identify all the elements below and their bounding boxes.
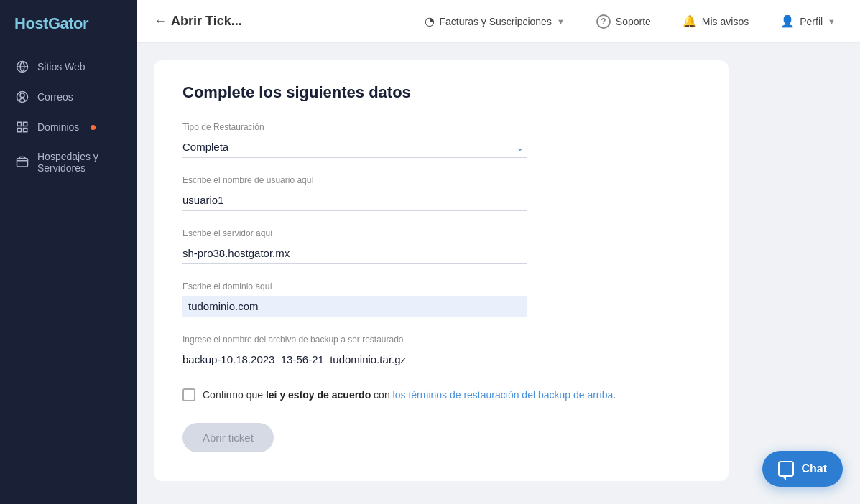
sidebar-item-sitios-web[interactable]: Sitios Web (6, 53, 131, 80)
domain-label: Escribe el dominio aquí (182, 281, 700, 291)
server-group: Escribe el servidor aquí (182, 228, 700, 264)
backup-label: Ingrese el nombre del archivo de backup … (182, 335, 700, 345)
profile-menu[interactable]: 👤 Perfil ▼ (773, 10, 843, 32)
username-label: Escribe el nombre de usuario aquí (182, 175, 700, 185)
back-label: Abrir Tick... (171, 14, 242, 29)
topnav: ← Abrir Tick... ◔ Facturas y Suscripcion… (137, 0, 860, 43)
terms-link[interactable]: los términos de restauración del backup … (393, 389, 614, 401)
main-area: ← Abrir Tick... ◔ Facturas y Suscripcion… (137, 0, 860, 504)
terms-checkbox[interactable] (182, 388, 195, 401)
terms-mid: con (371, 389, 392, 401)
sidebar-item-correos[interactable]: Correos (6, 83, 131, 111)
support-label: Soporte (616, 16, 651, 27)
server-input[interactable] (182, 243, 527, 264)
domain-group: Escribe el dominio aquí (182, 281, 700, 317)
chat-button[interactable]: Chat (762, 451, 843, 487)
back-arrow-icon: ← (154, 14, 167, 29)
terms-post: . (613, 389, 616, 401)
sidebar-item-label: Sitios Web (37, 61, 85, 73)
notification-dot (91, 125, 96, 130)
svg-rect-5 (17, 129, 21, 132)
back-button[interactable]: ← Abrir Tick... (154, 14, 242, 29)
brand-name: HostGator (14, 14, 88, 32)
submit-button[interactable]: Abrir ticket (182, 423, 274, 452)
form-card: Complete los siguientes datos Tipo de Re… (154, 60, 729, 481)
username-group: Escribe el nombre de usuario aquí (182, 175, 700, 211)
sidebar-item-hospedajes[interactable]: Hospedajes y Servidores (6, 144, 131, 181)
bell-icon: 🔔 (683, 14, 697, 28)
sidebar-item-dominios[interactable]: Dominios (6, 113, 131, 141)
grid-icon (16, 121, 29, 134)
content-area: Complete los siguientes datos Tipo de Re… (137, 43, 860, 504)
svg-rect-4 (24, 122, 27, 126)
restoration-type-group: Tipo de Restauración Completa Parcial Ba… (182, 122, 700, 158)
sidebar: HostGator Sitios Web Correos (0, 0, 137, 504)
restoration-type-select[interactable]: Completa Parcial Base de datos (182, 136, 527, 158)
billing-menu[interactable]: ◔ Facturas y Suscripciones ▼ (417, 10, 572, 32)
domain-input[interactable] (182, 296, 527, 317)
billing-label: Facturas y Suscripciones (440, 16, 552, 27)
terms-label: Confirmo que leí y estoy de acuerdo con … (203, 388, 616, 403)
chat-icon (778, 461, 794, 477)
billing-icon: ◔ (425, 14, 435, 28)
chat-label: Chat (801, 462, 827, 475)
chevron-down-icon: ▼ (557, 17, 565, 26)
envelope-icon (16, 90, 29, 103)
notices-menu[interactable]: 🔔 Mis avisos (675, 10, 756, 32)
server-label: Escribe el servidor aquí (182, 228, 700, 238)
restoration-type-select-wrapper: Completa Parcial Base de datos ⌄ (182, 136, 527, 158)
svg-rect-7 (17, 159, 28, 167)
page-title: Complete los siguientes datos (182, 83, 700, 102)
terms-bold: leí y estoy de acuerdo (266, 389, 371, 401)
notices-label: Mis avisos (702, 16, 749, 27)
support-menu[interactable]: ? Soporte (589, 10, 658, 33)
user-icon: 👤 (780, 14, 795, 28)
svg-rect-6 (24, 129, 27, 132)
terms-checkbox-row: Confirmo que leí y estoy de acuerdo con … (182, 388, 700, 403)
backup-group: Ingrese el nombre del archivo de backup … (182, 335, 700, 370)
sidebar-item-label: Dominios (37, 121, 79, 133)
backup-input[interactable] (182, 349, 527, 370)
folder-icon (16, 156, 29, 169)
sidebar-item-label: Correos (37, 91, 73, 103)
restoration-type-label: Tipo de Restauración (182, 122, 700, 132)
sidebar-item-label: Hospedajes y Servidores (37, 151, 121, 174)
terms-pre: Confirmo que (203, 389, 266, 401)
brand-logo: HostGator (0, 0, 137, 53)
globe-icon (16, 60, 29, 73)
chevron-down-icon: ▼ (828, 17, 836, 26)
username-input[interactable] (182, 190, 527, 211)
profile-label: Perfil (800, 16, 823, 27)
question-icon: ? (596, 14, 611, 29)
sidebar-nav: Sitios Web Correos Dominios (0, 53, 137, 181)
svg-rect-3 (17, 122, 21, 126)
